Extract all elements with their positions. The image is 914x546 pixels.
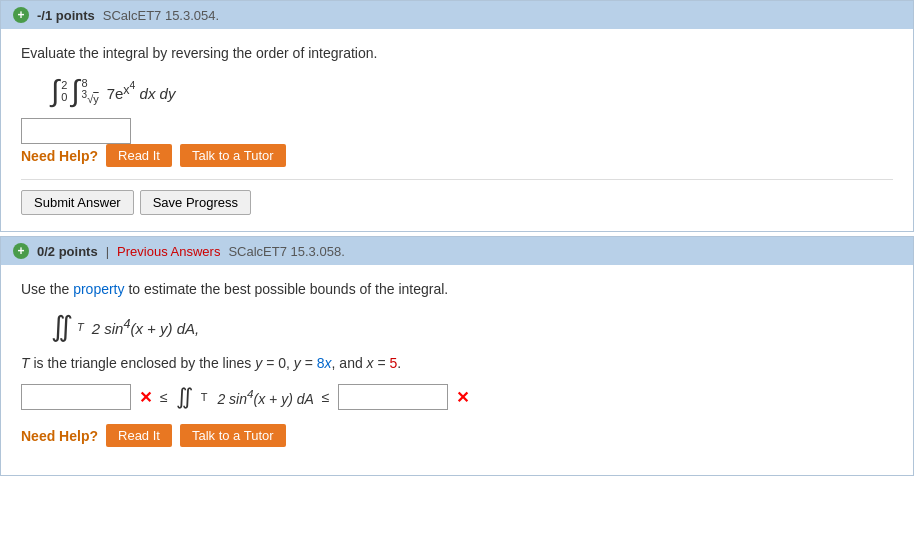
problem-19-integral: ∬ T 2 sin4(x + y) dA, — [51, 310, 893, 343]
need-help-19: Need Help? Read It Talk to a Tutor — [21, 424, 893, 447]
integrand-18: 7ex4 dx dy — [107, 79, 176, 102]
read-it-button-19[interactable]: Read It — [106, 424, 172, 447]
y-eq-value: 8x — [317, 355, 332, 371]
problem-19-header: + 0/2 points | Previous Answers SCalcET7… — [1, 237, 913, 265]
need-help-18: Need Help? Read It Talk to a Tutor — [21, 144, 893, 167]
prev-answers-19: Previous Answers — [117, 244, 220, 259]
problem-18-block: + -/1 points SCalcET7 15.3.054. Evaluate… — [0, 0, 914, 232]
answer-area-18 — [21, 118, 893, 144]
problem-19-instruction: Use the property to estimate the best po… — [21, 279, 893, 300]
problem-19-source: SCalcET7 15.3.058. — [228, 244, 344, 259]
need-help-label-18: Need Help? — [21, 148, 98, 164]
problem-18-content: Evaluate the integral by reversing the o… — [1, 29, 913, 231]
inline-region-T: T — [201, 391, 208, 403]
inline-integrand-19: 2 sin4(x + y) dA — [217, 387, 313, 407]
integral-sign-2: ∫ — [71, 74, 79, 108]
answer-input-18[interactable] — [21, 118, 131, 144]
divider-19: | — [106, 244, 109, 259]
inline-double-integral-sign: ∬ — [176, 384, 193, 410]
expand-icon-18[interactable]: + — [13, 7, 29, 23]
problem-18-points: -/1 points — [37, 8, 95, 23]
lower-bound-x-mark: ✕ — [139, 388, 152, 407]
integral-region-T: T — [77, 321, 84, 333]
region-description-19: T is the triangle enclosed by the lines … — [21, 353, 893, 374]
integral-sign-1: ∫ — [51, 74, 59, 108]
leq-symbol-1: ≤ — [160, 389, 168, 405]
problem-18-source: SCalcET7 15.3.054. — [103, 8, 219, 23]
integrand-19: 2 sin4(x + y) dA, — [92, 317, 199, 337]
problem-19-points: 0/2 points — [37, 244, 98, 259]
x-eq-value: 5 — [390, 355, 398, 371]
read-it-button-18[interactable]: Read It — [106, 144, 172, 167]
submit-button-18[interactable]: Submit Answer — [21, 190, 134, 215]
property-link[interactable]: property — [73, 281, 124, 297]
need-help-label-19: Need Help? — [21, 428, 98, 444]
bounds-row-19: ✕ ≤ ∬ T 2 sin4(x + y) dA ≤ ✕ — [21, 384, 893, 410]
integral-bounds-2: 8 3√y — [82, 77, 99, 105]
talk-tutor-button-18[interactable]: Talk to a Tutor — [180, 144, 286, 167]
problem-18-instruction: Evaluate the integral by reversing the o… — [21, 43, 893, 64]
leq-symbol-2: ≤ — [322, 389, 330, 405]
problem-18-header: + -/1 points SCalcET7 15.3.054. — [1, 1, 913, 29]
talk-tutor-button-19[interactable]: Talk to a Tutor — [180, 424, 286, 447]
upper-bound-input-19[interactable] — [338, 384, 448, 410]
lower-bound-input-19[interactable] — [21, 384, 131, 410]
problem-19-block: + 0/2 points | Previous Answers SCalcET7… — [0, 236, 914, 476]
double-integral-sign: ∬ — [51, 310, 73, 343]
action-buttons-18: Submit Answer Save Progress — [21, 179, 893, 215]
problem-19-content: Use the property to estimate the best po… — [1, 265, 913, 475]
save-button-18[interactable]: Save Progress — [140, 190, 251, 215]
upper-bound-x-mark: ✕ — [456, 388, 469, 407]
problem-18-integral: ∫ 2 0 ∫ 8 3√y 7ex4 dx dy — [51, 74, 893, 108]
expand-icon-19[interactable]: + — [13, 243, 29, 259]
integral-bounds-1: 2 0 — [61, 79, 67, 103]
